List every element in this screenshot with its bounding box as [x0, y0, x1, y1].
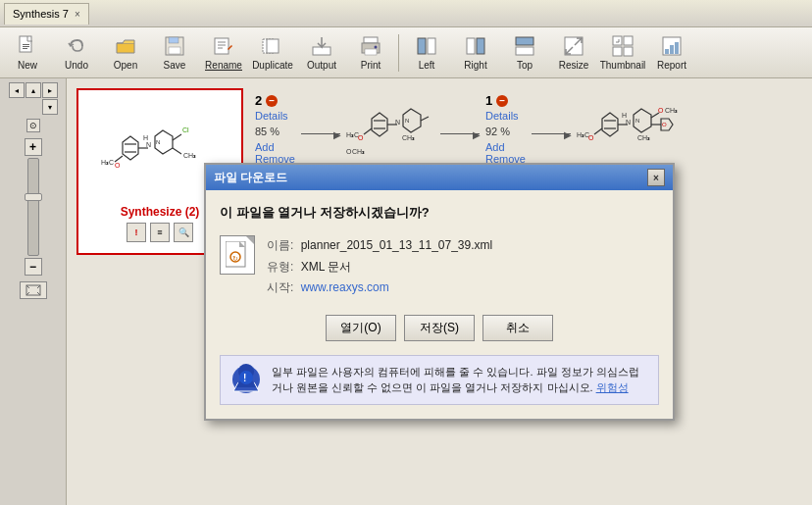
- undo-button[interactable]: Undo: [53, 30, 100, 76]
- svg-rect-20: [428, 38, 435, 54]
- svg-rect-30: [613, 47, 622, 56]
- svg-rect-22: [477, 38, 484, 54]
- svg-rect-14: [313, 47, 330, 55]
- right-button[interactable]: Right: [452, 30, 499, 76]
- nav-right-button[interactable]: ▸: [42, 82, 58, 98]
- file-icon: ↻: [220, 235, 255, 275]
- svg-rect-24: [516, 47, 533, 55]
- top-button[interactable]: Top: [501, 30, 548, 76]
- report-button[interactable]: Report: [648, 30, 695, 76]
- separator1: [398, 34, 399, 72]
- open-file-button[interactable]: 열기(O): [326, 315, 396, 341]
- dialog-warning: ! 일부 파일은 사용자의 컴퓨터에 피해를 줄 수 있습니다. 파일 정보가 …: [220, 355, 659, 405]
- dialog-overlay: 파일 다운로드 × 이 파일을 열거나 저장하시겠습니까? ↻ 이름: plan…: [67, 78, 812, 505]
- title-bar: Synthesis 7 ×: [0, 0, 812, 27]
- warning-message: 일부 파일은 사용자의 컴퓨터에 피해를 줄 수 있습니다. 파일 정보가 의심…: [272, 366, 639, 394]
- dialog-buttons: 열기(O) 저장(S) 취소: [220, 315, 659, 341]
- file-name-row: 이름: planner_2015_01_13_11_07_39.xml: [267, 235, 492, 257]
- zoom-track[interactable]: [27, 158, 39, 256]
- thumbnail-button[interactable]: Thumbnail: [599, 30, 646, 76]
- save-icon: [163, 34, 186, 58]
- title-tab-close[interactable]: ×: [75, 9, 80, 20]
- svg-rect-13: [267, 39, 279, 53]
- top-label: Top: [517, 60, 533, 71]
- left-icon: [415, 34, 438, 58]
- dialog-question: 이 파일을 열거나 저장하시겠습니까?: [220, 204, 659, 222]
- file-details: 이름: planner_2015_01_13_11_07_39.xml 유형: …: [267, 235, 492, 299]
- warning-icon: !: [230, 364, 262, 395]
- print-label: Print: [361, 60, 381, 71]
- nav-center-button[interactable]: ⊙: [26, 119, 40, 132]
- file-source-link[interactable]: www.reaxys.com: [301, 280, 389, 294]
- file-name-value: planner_2015_01_13_11_07_39.xml: [301, 238, 493, 252]
- output-button[interactable]: Output: [298, 30, 345, 76]
- undo-label: Undo: [65, 60, 88, 71]
- svg-rect-21: [467, 38, 475, 54]
- zoom-thumb[interactable]: [25, 193, 42, 201]
- new-label: New: [18, 60, 37, 71]
- dialog-file-info: ↻ 이름: planner_2015_01_13_11_07_39.xml 유형…: [220, 235, 659, 299]
- file-type-value: XML 문서: [301, 260, 352, 274]
- svg-rect-19: [418, 38, 426, 54]
- cancel-button[interactable]: 취소: [482, 315, 553, 341]
- new-button[interactable]: New: [4, 30, 51, 76]
- open-button[interactable]: Open: [102, 30, 149, 76]
- file-name-label: 이름:: [267, 238, 293, 252]
- svg-rect-17: [365, 49, 377, 55]
- dialog-titlebar: 파일 다운로드 ×: [206, 165, 673, 190]
- resize-label: Resize: [559, 60, 589, 71]
- dialog-title: 파일 다운로드: [214, 170, 287, 186]
- navigation-control: ◂ ▴ ▸ ▾: [8, 82, 58, 115]
- fit-button[interactable]: [20, 281, 47, 299]
- right-icon: [464, 34, 487, 58]
- resize-icon: [562, 34, 585, 58]
- svg-text:↻: ↻: [232, 255, 238, 262]
- new-icon: [16, 34, 39, 58]
- warning-link[interactable]: 위험성: [596, 381, 629, 393]
- content-area: H₃C O N H N Cl: [67, 78, 812, 505]
- dialog-body: 이 파일을 열거나 저장하시겠습니까? ↻ 이름: planner_2015_0…: [206, 190, 673, 419]
- warning-text: 일부 파일은 사용자의 컴퓨터에 피해를 줄 수 있습니다. 파일 정보가 의심…: [272, 364, 648, 396]
- report-label: Report: [657, 60, 686, 71]
- duplicate-label: Duplicate: [252, 60, 293, 71]
- save-label: Save: [164, 60, 186, 71]
- print-button[interactable]: Print: [347, 30, 394, 76]
- title-tab[interactable]: Synthesis 7 ×: [4, 3, 89, 25]
- nav-down-button[interactable]: ▾: [42, 99, 58, 115]
- undo-icon: [65, 34, 88, 58]
- zoom-control: + −: [25, 138, 42, 276]
- svg-rect-8: [215, 38, 228, 54]
- nav-left-button[interactable]: ◂: [9, 82, 25, 98]
- print-icon: [359, 34, 382, 58]
- open-label: Open: [114, 60, 137, 71]
- dialog-close-button[interactable]: ×: [647, 169, 665, 186]
- svg-rect-29: [624, 36, 633, 45]
- top-icon: [513, 34, 536, 58]
- thumbnail-icon: [611, 34, 634, 58]
- duplicate-button[interactable]: Duplicate: [249, 30, 296, 76]
- save-button[interactable]: Save: [151, 30, 198, 76]
- file-type-label: 유형:: [267, 260, 293, 274]
- svg-rect-6: [169, 37, 178, 43]
- zoom-out-button[interactable]: −: [25, 258, 42, 276]
- file-source-row: 시작: www.reaxys.com: [267, 278, 492, 299]
- toolbar: New Undo Open Save Rename Duplicate Ou: [0, 27, 812, 78]
- duplicate-icon: [261, 34, 284, 58]
- svg-rect-1: [23, 44, 29, 45]
- left-panel: ◂ ▴ ▸ ▾ ⊙ + −: [0, 78, 67, 505]
- svg-rect-33: [665, 49, 669, 54]
- thumbnail-label: Thumbnail: [600, 60, 646, 71]
- right-label: Right: [464, 60, 486, 71]
- zoom-in-button[interactable]: +: [25, 138, 42, 156]
- main-area: ◂ ▴ ▸ ▾ ⊙ + −: [0, 78, 812, 505]
- output-icon: [310, 34, 333, 58]
- rename-icon: [212, 34, 235, 58]
- nav-up-button[interactable]: ▴: [25, 82, 41, 98]
- left-button[interactable]: Left: [403, 30, 450, 76]
- rename-label: Rename: [205, 60, 242, 71]
- rename-button[interactable]: Rename: [200, 30, 247, 76]
- save-file-button[interactable]: 저장(S): [404, 315, 475, 341]
- svg-rect-3: [23, 48, 27, 49]
- file-source-label: 시작:: [267, 280, 293, 294]
- resize-button[interactable]: Resize: [550, 30, 597, 76]
